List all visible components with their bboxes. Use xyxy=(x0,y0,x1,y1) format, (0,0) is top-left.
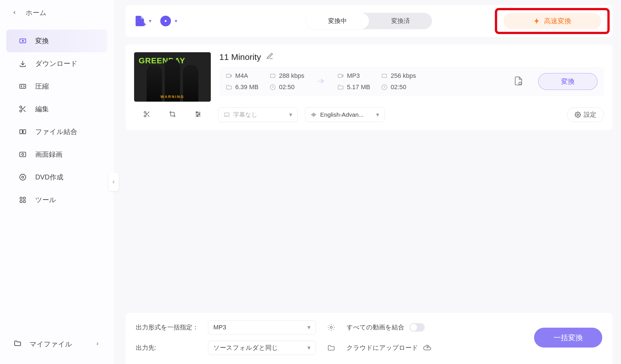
file-card: GREENDAY WARNING 11 Minority xyxy=(126,44,612,130)
svg-point-5 xyxy=(20,110,22,112)
svg-point-22 xyxy=(164,20,167,23)
tab-converted[interactable]: 変換済 xyxy=(369,13,432,29)
svg-point-33 xyxy=(144,115,146,117)
sidebar-item-edit[interactable]: 編集 xyxy=(6,98,107,120)
fast-convert-button[interactable]: 高速変換 xyxy=(503,13,601,29)
merge-toggle[interactable] xyxy=(409,323,425,332)
topbar: + ▾ ▾ 変換中 変換済 高速変換 xyxy=(126,5,612,37)
svg-rect-16 xyxy=(20,197,22,199)
effects-button[interactable] xyxy=(194,110,202,119)
sidebar-item-dvd[interactable]: DVD作成 xyxy=(6,166,107,189)
svg-rect-12 xyxy=(20,152,26,157)
svg-text:+: + xyxy=(142,20,146,27)
convert-icon xyxy=(18,36,27,45)
clock-icon xyxy=(269,84,276,91)
svg-point-13 xyxy=(22,154,24,156)
grid-icon xyxy=(18,195,27,204)
output-dest-select[interactable]: ソースフォルダと同じ ▾ xyxy=(208,341,316,355)
subtitle-select[interactable]: 字幕なし ▾ xyxy=(218,107,298,122)
thumb-sub-text: WARNING xyxy=(161,95,184,99)
fast-convert-label: 高速変換 xyxy=(544,16,571,26)
chevron-right-icon xyxy=(95,340,100,348)
sidebar: ホーム 変換 ダウンロード 圧縮 xyxy=(0,0,114,364)
download-icon xyxy=(18,59,27,68)
home-link[interactable]: ホーム xyxy=(0,3,114,23)
svg-line-35 xyxy=(148,115,149,117)
svg-point-51 xyxy=(577,114,579,116)
sidebar-item-label: ツール xyxy=(35,195,56,204)
audio-lang-select[interactable]: English-Advan... ▾ xyxy=(305,107,385,122)
svg-point-40 xyxy=(196,112,197,113)
convert-button[interactable]: 変換 xyxy=(538,73,598,90)
home-label: ホーム xyxy=(26,8,47,17)
myfiles-label: マイファイル xyxy=(30,340,72,349)
batch-convert-button[interactable]: 一括変換 xyxy=(534,328,602,348)
output-settings-button[interactable] xyxy=(514,76,523,87)
folder-icon xyxy=(327,344,335,352)
edit-title-button[interactable] xyxy=(266,52,274,62)
svg-point-4 xyxy=(20,106,22,108)
add-disc-icon xyxy=(159,15,172,27)
svg-point-31 xyxy=(519,82,521,85)
open-folder-button[interactable] xyxy=(323,344,340,352)
caret-down-icon: ▾ xyxy=(376,111,379,118)
file-thumbnail[interactable]: GREENDAY WARNING xyxy=(134,52,211,102)
caret-down-icon: ▾ xyxy=(307,324,310,331)
sidebar-item-label: 圧縮 xyxy=(35,82,49,91)
add-disc-button[interactable]: ▾ xyxy=(159,15,177,27)
output-format-label: 出力形式を一括指定： xyxy=(136,323,201,332)
sidebar-item-convert[interactable]: 変換 xyxy=(6,30,107,52)
sidebar-collapse-handle[interactable] xyxy=(109,173,119,191)
gear-icon xyxy=(327,323,335,331)
svg-rect-25 xyxy=(270,74,275,78)
sidebar-item-compress[interactable]: 圧縮 xyxy=(6,75,107,98)
tab-converting[interactable]: 変換中 xyxy=(306,13,369,29)
folder-icon xyxy=(14,339,22,349)
caret-down-icon: ▾ xyxy=(175,18,177,24)
trim-button[interactable] xyxy=(143,110,151,119)
sidebar-item-tools[interactable]: ツール xyxy=(6,189,107,211)
conversion-info: M4A 288 kbps 6.39 MB 02:50 MP3 256 kbps … xyxy=(219,67,604,96)
file-settings-label: 設定 xyxy=(584,110,596,119)
fast-convert-highlight: 高速変換 xyxy=(495,8,610,34)
sidebar-item-download[interactable]: ダウンロード xyxy=(6,52,107,75)
svg-point-52 xyxy=(330,327,332,329)
caret-down-icon: ▾ xyxy=(307,344,310,352)
disc-icon xyxy=(18,173,27,182)
caret-down-icon: ▾ xyxy=(149,18,151,24)
bolt-icon xyxy=(533,17,541,25)
bitrate-icon xyxy=(381,72,388,79)
audio-wave-icon xyxy=(310,112,317,118)
video-icon xyxy=(337,72,344,79)
sidebar-item-label: ファイル結合 xyxy=(35,127,77,136)
svg-point-42 xyxy=(197,115,198,116)
svg-line-36 xyxy=(146,113,147,114)
file-settings-button[interactable]: 設定 xyxy=(567,107,604,122)
add-file-button[interactable]: + ▾ xyxy=(134,15,151,27)
status-segmented: 変換中 変換済 xyxy=(306,13,432,29)
sidebar-item-label: ダウンロード xyxy=(35,59,78,68)
sidebar-item-merge[interactable]: ファイル結合 xyxy=(6,120,107,143)
output-dest-label: 出力先: xyxy=(136,344,201,352)
myfiles-link[interactable]: マイファイル xyxy=(0,336,114,353)
cloud-upload-button[interactable] xyxy=(423,344,432,352)
crop-button[interactable] xyxy=(169,110,176,119)
footer-bar: 出力形式を一括指定： MP3 ▾ すべての動画を結合 一括変換 出力先: ソース… xyxy=(126,313,612,364)
video-icon xyxy=(226,72,232,79)
folder-icon xyxy=(226,84,232,91)
merge-label: すべての動画を結合 xyxy=(347,323,404,332)
bitrate-icon xyxy=(269,72,276,79)
folder-icon xyxy=(337,84,344,91)
source-meta: M4A 288 kbps 6.39 MB 02:50 xyxy=(226,72,304,91)
chevron-left-icon xyxy=(12,9,17,17)
sidebar-item-record[interactable]: 画面録画 xyxy=(6,143,107,166)
compress-icon xyxy=(18,82,27,91)
file-title: 11 Minority xyxy=(219,52,261,62)
svg-point-32 xyxy=(144,111,146,113)
subtitle-value: 字幕なし xyxy=(233,111,258,119)
svg-rect-23 xyxy=(226,74,230,78)
output-format-select[interactable]: MP3 ▾ xyxy=(208,320,316,334)
svg-rect-27 xyxy=(338,74,342,78)
sidebar-item-label: 編集 xyxy=(35,104,49,114)
output-format-settings-button[interactable] xyxy=(323,323,340,331)
